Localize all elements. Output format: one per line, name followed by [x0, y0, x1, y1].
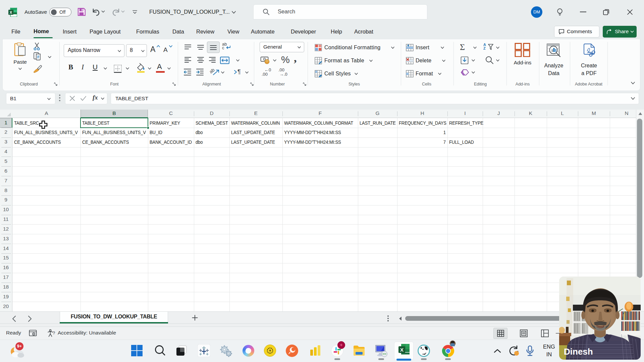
svg-text:X: X: [400, 347, 404, 353]
svg-text:Dinesh: Dinesh: [564, 347, 593, 357]
svg-text:?: ?: [53, 330, 55, 336]
